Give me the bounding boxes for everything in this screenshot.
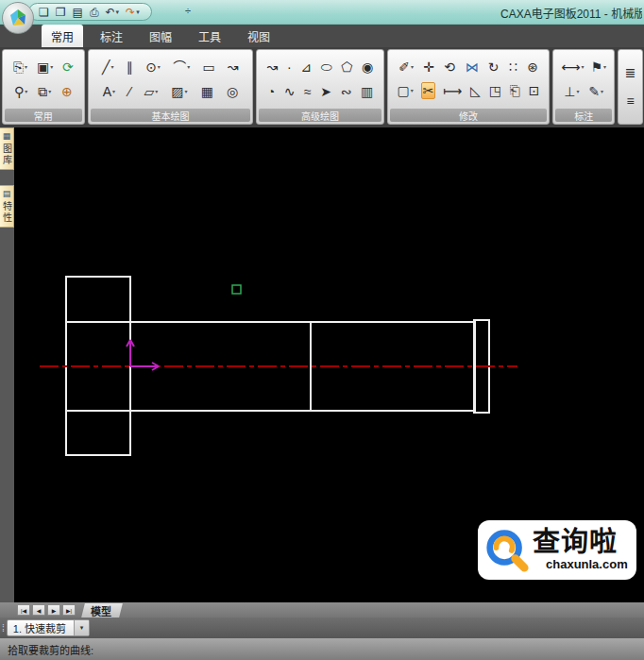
array-button[interactable]: ∷	[508, 59, 518, 75]
tab-sheet[interactable]: 图幅	[140, 25, 181, 47]
dropdown-arrow-icon[interactable]: ▾	[48, 89, 51, 94]
command-history-widget[interactable]: 1. 快速裁剪 ▾	[7, 619, 90, 636]
last-sheet-button[interactable]: ▶|	[62, 604, 76, 616]
wave-line-button[interactable]: ∿	[283, 84, 297, 99]
arrow-button[interactable]: ➤	[319, 84, 332, 99]
dropdown-arrow-icon[interactable]: ▾	[187, 64, 190, 70]
group-basic-draw: ╱▾∥⊙▾⌒▾▭↝A▾⁄▱▾▨▾▦◎基本绘图	[88, 49, 253, 125]
dimension-button[interactable]: ⟷▾	[560, 59, 585, 75]
command-dropdown-button[interactable]: ▾	[74, 619, 89, 636]
dim-edit-button[interactable]: ✎▾	[587, 84, 604, 99]
scale-button[interactable]: ⊡	[528, 83, 541, 98]
spline-button[interactable]: ↝	[227, 59, 240, 75]
tab-view[interactable]: 视图	[238, 25, 280, 47]
polygon-button[interactable]: ⬠	[340, 59, 353, 75]
new-file-button[interactable]: ❏	[39, 7, 49, 18]
app-menu-button[interactable]	[2, 2, 34, 34]
dropdown-arrow-icon[interactable]: ▾	[110, 64, 113, 70]
next-sheet-button[interactable]: ▶	[47, 604, 60, 616]
sheet-tab-model[interactable]: 模型	[81, 603, 123, 618]
current-command: 1. 快速裁剪	[8, 620, 74, 635]
concentric-circle-button[interactable]: ◎	[226, 84, 239, 99]
polyline-button[interactable]: ▱▾	[144, 84, 160, 99]
centerline-button[interactable]: ⁄	[127, 84, 131, 99]
dropdown-arrow-icon[interactable]: ▾	[25, 89, 27, 94]
open-file-button[interactable]: ❐	[56, 7, 66, 18]
break-line-button[interactable]: ≈	[303, 84, 313, 99]
window-title: CAXA电子图板2011 - 机械版	[500, 5, 642, 21]
command-bar-grip[interactable]: ⁞	[2, 623, 3, 634]
redo-button[interactable]: ↷▾	[126, 7, 140, 18]
undo-button[interactable]: ↶▾	[105, 7, 119, 18]
ellipse-button[interactable]: ⬭	[320, 59, 333, 75]
text-button[interactable]: A▾	[102, 84, 116, 99]
tab-annotation[interactable]: 标注	[91, 25, 132, 47]
offset-button[interactable]: ⊛	[526, 59, 539, 75]
pie-button[interactable]: ◔	[266, 84, 276, 99]
dropdown-arrow-icon[interactable]: ▾	[116, 8, 120, 15]
rotate-button[interactable]: ↻	[487, 59, 500, 75]
move-button[interactable]: ✛	[422, 59, 435, 75]
fillet-button[interactable]: ◺	[469, 83, 482, 98]
customize-quick-access-button[interactable]: ÷	[185, 5, 191, 16]
block-button[interactable]: ▥	[360, 84, 374, 99]
copy-properties-button[interactable]: ⎗	[509, 83, 521, 98]
point-button[interactable]: ·	[286, 59, 293, 75]
dropdown-arrow-icon[interactable]: ▾	[576, 89, 579, 94]
rotate-copy-button[interactable]: ⟲	[443, 59, 456, 75]
dropdown-arrow-icon[interactable]: ▾	[50, 64, 53, 70]
refresh-button[interactable]: ⟳	[61, 59, 75, 75]
tab-tools[interactable]: 工具	[189, 25, 230, 47]
dropdown-arrow-icon[interactable]: ▾	[411, 88, 414, 93]
dropdown-arrow-icon[interactable]: ▾	[601, 89, 603, 94]
copy-button[interactable]: ▣▾	[36, 59, 54, 75]
paste-icon: ⎘	[13, 60, 24, 74]
polygon-icon: ⬠	[341, 60, 352, 74]
save-icon: ▤	[73, 7, 83, 18]
dropdown-arrow-icon[interactable]: ▾	[185, 89, 188, 94]
zoom-button[interactable]: ⚲▾	[13, 84, 28, 99]
dropdown-arrow-icon[interactable]: ▾	[603, 64, 606, 70]
circle-button[interactable]: ⊙▾	[144, 59, 161, 75]
mirror-button[interactable]: ⋈	[464, 59, 479, 75]
print-button[interactable]: ⎙	[90, 7, 99, 18]
leader-button[interactable]: ⚑▾	[589, 59, 607, 75]
prev-sheet-button[interactable]: ◀	[32, 604, 45, 616]
redo-icon: ↷	[126, 7, 135, 18]
options-menu-button[interactable]: ≡	[625, 93, 635, 109]
dropdown-arrow-icon[interactable]: ▾	[581, 64, 584, 70]
rectangle-button[interactable]: ▭	[202, 59, 216, 75]
hatch-button[interactable]: ▨▾	[170, 84, 188, 99]
sidebar-tab-library[interactable]: ▦图库	[0, 127, 14, 170]
curve-button[interactable]: ↝	[266, 59, 280, 75]
paste-button[interactable]: ⎘▾	[12, 59, 28, 75]
insert-picture-button[interactable]: ⧉▾	[37, 84, 52, 99]
dropdown-arrow-icon[interactable]: ▾	[25, 64, 27, 70]
dropdown-arrow-icon[interactable]: ▾	[112, 89, 115, 94]
parallel-line-button[interactable]: ∥	[126, 59, 134, 75]
chamfer-button[interactable]: ◳	[488, 83, 502, 98]
line-button[interactable]: ╱▾	[101, 59, 114, 75]
block-icon: ▥	[361, 85, 373, 98]
title-bar: ❏❐▤⎙↶▾↷▾ ÷ CAXA电子图板2011 - 机械版	[0, 0, 644, 25]
tab-common[interactable]: 常用	[42, 25, 83, 47]
pan-button[interactable]: ⊕	[60, 84, 74, 99]
sidebar-tab-properties[interactable]: ▤特性	[0, 185, 14, 228]
arc-button[interactable]: ⌒▾	[172, 59, 191, 75]
dropdown-arrow-icon[interactable]: ▾	[136, 8, 140, 15]
region-button[interactable]: ▦	[200, 84, 214, 99]
angle-line-button[interactable]: ⊿	[299, 59, 313, 75]
dropdown-arrow-icon[interactable]: ▾	[411, 64, 414, 70]
erase-button[interactable]: ✐▾	[398, 59, 415, 75]
dropdown-arrow-icon[interactable]: ▾	[155, 89, 158, 94]
contour-button[interactable]: ∾	[340, 84, 353, 99]
hole-button[interactable]: ◉	[361, 59, 374, 75]
select-button[interactable]: ▢▾	[397, 83, 415, 98]
trim-button[interactable]: ✂	[421, 82, 436, 99]
first-sheet-button[interactable]: |◀	[17, 604, 30, 616]
save-button[interactable]: ▤	[73, 7, 83, 18]
coordinate-dim-button[interactable]: ⊥▾	[563, 84, 580, 99]
extend-button[interactable]: ⟼	[442, 83, 463, 98]
properties-button[interactable]: ≣	[624, 65, 637, 80]
dropdown-arrow-icon[interactable]: ▾	[158, 64, 161, 70]
